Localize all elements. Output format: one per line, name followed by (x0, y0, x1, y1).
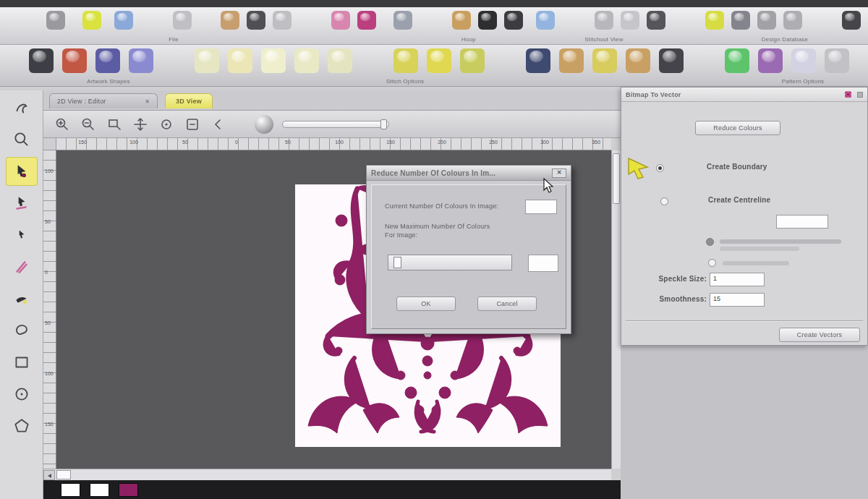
swatch-magenta[interactable] (119, 483, 138, 497)
reduce-colours-button[interactable]: Reduce Colours (695, 121, 780, 135)
pear-icon[interactable] (427, 48, 451, 73)
binoculars-icon[interactable] (647, 11, 665, 30)
ruler-label: 0 (235, 140, 238, 145)
ok-button[interactable]: OK (396, 297, 456, 311)
zoom-out-icon[interactable] (80, 116, 97, 133)
nodes-icon[interactable] (731, 11, 750, 30)
smoothness-field[interactable]: 15 (710, 293, 765, 307)
teddy-icon[interactable] (452, 11, 471, 30)
speckle-size-field[interactable]: 1 (710, 273, 765, 286)
secondary-toolbar-icons (0, 45, 868, 73)
new-max-colours-field[interactable] (528, 255, 558, 272)
pan-icon[interactable] (132, 116, 149, 133)
swirl-violet-icon[interactable] (129, 48, 153, 73)
disabled-option-radio-1[interactable] (706, 238, 714, 246)
anchor-icon[interactable] (393, 11, 412, 30)
fill-heart-icon[interactable] (357, 11, 376, 30)
marker-tool[interactable] (6, 284, 38, 313)
thread-navy-icon[interactable] (526, 48, 550, 73)
previous-view-icon[interactable] (210, 116, 227, 133)
lime-icon[interactable] (460, 48, 485, 73)
ellipse-tool[interactable] (6, 380, 38, 409)
dialog-close-button[interactable]: ✕ (552, 169, 566, 178)
create-centreline-radio[interactable] (660, 197, 668, 205)
speckle-size-label: Speckle Size: (650, 275, 707, 283)
horizontal-scrollbar[interactable] (43, 469, 611, 480)
disabled-option-radio-2[interactable] (708, 259, 716, 267)
tab-close-icon[interactable]: ✕ (145, 98, 150, 105)
vertical-scrollbar[interactable] (611, 150, 621, 469)
swatch-white-1[interactable] (61, 483, 80, 497)
centreline-value-field[interactable] (776, 215, 828, 229)
ruler-label: 150 (78, 140, 87, 145)
dots-icon[interactable] (783, 11, 802, 30)
pan-tool[interactable] (6, 93, 38, 122)
lasso-select-tool[interactable] (6, 189, 38, 218)
create-boundary-radio[interactable] (656, 164, 664, 172)
tab-3d-view[interactable]: 3D View (165, 93, 213, 108)
scroll-left-button[interactable] (43, 470, 55, 480)
fit-hoop-icon[interactable] (184, 116, 201, 133)
shape-pale-1-icon[interactable] (195, 48, 219, 73)
undo-icon[interactable] (247, 11, 265, 30)
bottle-yellow-icon[interactable] (592, 48, 617, 73)
zoom-slider[interactable] (282, 121, 389, 128)
measure-icon[interactable] (595, 11, 613, 30)
motif-purple-icon[interactable] (758, 48, 783, 73)
vertical-scroll-thumb[interactable] (613, 153, 620, 204)
freeform-shape-tool[interactable] (6, 316, 38, 345)
shape-pale-5-icon[interactable] (328, 48, 352, 73)
brush-icon[interactable] (331, 11, 350, 30)
triangle-yellow-icon[interactable] (705, 11, 724, 30)
polygon-tool[interactable] (6, 411, 38, 440)
panel-header: Bitmap To Vector (621, 88, 867, 102)
shape-pale-2-icon[interactable] (228, 48, 252, 73)
panel-divider (626, 320, 863, 322)
copy-icon[interactable] (221, 11, 239, 30)
swirl-tool-icon[interactable] (29, 48, 54, 73)
render-sphere-icon[interactable] (255, 115, 273, 134)
horizontal-scroll-thumb[interactable] (56, 470, 71, 479)
disabled-option-text-1 (720, 239, 841, 244)
cut-partial-icon[interactable] (825, 48, 849, 73)
dialog-title-bar[interactable]: Reduce Number Of Colours In Im... ✕ (367, 166, 571, 181)
color-ball-icon[interactable] (62, 48, 87, 73)
shape-pale-4-icon[interactable] (294, 48, 319, 73)
ring-dark-icon[interactable] (659, 48, 684, 73)
tab-2d-view-editor[interactable]: 2D View : Editor ✕ (49, 93, 158, 108)
new-design-icon[interactable] (82, 11, 101, 30)
list-icon[interactable] (842, 11, 861, 30)
select-arrow-tool[interactable] (6, 157, 38, 186)
garment-icon[interactable] (95, 48, 120, 73)
save-icon[interactable] (114, 11, 133, 30)
zoom-box-icon[interactable] (106, 116, 123, 133)
ruler-label: 150 (386, 140, 395, 145)
pencil-pink-tool[interactable] (6, 252, 38, 281)
create-vectors-button[interactable]: Create Vectors (779, 328, 860, 342)
grid-green-icon[interactable] (725, 48, 749, 73)
lace-icon[interactable] (791, 48, 816, 73)
cross-tan-icon[interactable] (626, 48, 650, 73)
hoop-frame-icon[interactable] (478, 11, 497, 30)
sphere-icon[interactable] (536, 11, 555, 30)
shape-pale-3-icon[interactable] (261, 48, 286, 73)
rectangle-tool[interactable] (6, 348, 38, 377)
center-design-icon[interactable] (158, 116, 175, 133)
zoom-in-icon[interactable] (54, 116, 71, 133)
redo-icon[interactable] (273, 11, 292, 30)
zoom-slider-thumb[interactable] (380, 119, 387, 129)
colour-count-slider[interactable] (388, 255, 512, 270)
node-select-tool[interactable] (6, 221, 38, 250)
zoom-tool[interactable] (6, 125, 38, 154)
window-corner-icon[interactable] (46, 11, 65, 30)
print-icon[interactable] (173, 11, 192, 30)
swatch-white-2[interactable] (90, 483, 109, 497)
figure-tan-icon[interactable] (559, 48, 584, 73)
cancel-button[interactable]: Cancel (477, 297, 537, 311)
lemon-icon[interactable] (393, 48, 418, 73)
letter-z-icon[interactable] (504, 11, 523, 30)
circle-faint-icon[interactable] (621, 11, 639, 30)
colour-count-slider-thumb[interactable] (393, 257, 401, 268)
percent-icon[interactable] (757, 11, 776, 30)
panel-pin-icon[interactable] (857, 92, 863, 98)
